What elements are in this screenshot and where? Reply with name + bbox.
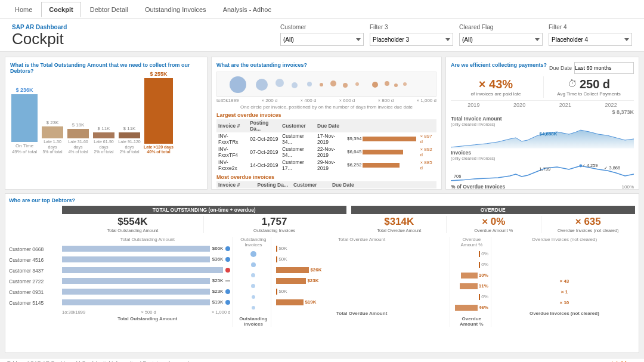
debtor-customer-5145: Customer 5145 (9, 298, 60, 308)
filter4-select[interactable]: Placeholder 4 (549, 33, 632, 46)
section-outstanding-header: TOTAL OUTSTANDING (on-time + overdue) (62, 206, 346, 214)
metric-paid-late-label: of invoices are paid late (452, 91, 540, 97)
svg-text:✓ 3,868: ✓ 3,868 (604, 165, 620, 171)
total-outstanding-label: Total Outstanding Amount (62, 228, 203, 233)
nav-tab-cockpit[interactable]: Cockpit (41, 2, 80, 17)
overdue-not-cleared-label: Overdue Invoices (not cleared) (541, 228, 636, 233)
invoice-amount-label: Total Invoice Amount (451, 116, 634, 122)
metric-paid-late: × 43% (452, 78, 540, 91)
debtor-customer-0931: Customer 0931 (9, 287, 60, 298)
outstanding-invoices-label: Outstanding Invoices (204, 228, 345, 233)
svg-point-7 (343, 83, 348, 88)
metric-avg-time: 250 d (580, 78, 610, 91)
svg-point-2 (275, 79, 284, 87)
nav-tab-debtor[interactable]: Debtor Detail (82, 2, 136, 17)
table-row: INV-FxxxTRx 02-Oct-2019 Customer 34... 1… (216, 132, 436, 146)
svg-point-8 (355, 82, 359, 86)
page-title: Cockpit (12, 30, 67, 48)
invoices-sub: (only cleared invoices) (451, 156, 634, 161)
svg-text:706: 706 (454, 173, 461, 178)
svg-point-12 (403, 82, 407, 86)
panel-outstanding: What is the Total Outstanding Amount tha… (5, 57, 208, 190)
most-overdue-label: Most overdue invoices (216, 174, 436, 180)
svg-point-6 (330, 81, 336, 86)
filter3-label: Filter 3 (370, 24, 453, 30)
date-range-select[interactable]: Last 60 months (574, 62, 634, 74)
largest-invoices-table: Invoice # Posting Da... Customer Due Dat… (216, 119, 436, 172)
filter3-select[interactable]: Placeholder 3 (370, 33, 453, 46)
debtor-customer-2722: Customer 2722 (9, 276, 60, 287)
year-2019: 2019 (467, 102, 479, 108)
panel-efficiency: Are we efficient collecting payments? Du… (445, 57, 639, 190)
due-date-label: Due Date (549, 65, 572, 71)
table-row: INV-Fxxxe2x 14-Oct-2019 Customer 17... 2… (216, 159, 436, 172)
overdue-pct-col-label: Overdue Amount % (447, 228, 541, 233)
axis-label-1: × 200 d (261, 98, 277, 103)
customer-filter-select[interactable]: (All) (280, 33, 364, 46)
svg-point-4 (307, 82, 312, 86)
invoice-amount-sub: (only cleared invoices) (451, 122, 634, 127)
panel-efficiency-title: Are we efficient collecting payments? (451, 62, 547, 68)
year-2022: 2022 (605, 102, 617, 108)
nav-tab-invoices[interactable]: Outstanding Invoices (137, 2, 214, 17)
most-overdue-table: Invoice # Posting Da... Customer Due Dat… (216, 181, 436, 190)
section-overdue-header: OVERDUE (351, 206, 636, 214)
footer: Tableau | SAP AR Dashboard | Confidentia… (0, 358, 644, 362)
outstanding-invoices-value: 1,757 (204, 216, 345, 228)
cleared-filter-select[interactable]: (All) (459, 33, 543, 46)
table-row: INV-FxxxTF4 07-Oct-2019 Customer 34... 2… (216, 146, 436, 159)
axis-label-2: × 400 d (300, 98, 316, 103)
year-2020: 2020 (513, 102, 525, 108)
panel-debtors-title: Who are our top Debtors? (9, 197, 635, 203)
svg-point-3 (292, 82, 298, 88)
svg-point-5 (320, 83, 323, 86)
tableau-logo: + tableau (611, 360, 637, 362)
nav-tab-analysis[interactable]: Analysis - Adhoc (215, 2, 279, 17)
overdue-pct-value: × 0% (447, 216, 541, 228)
debtor-customer-0668: Customer 0668 (9, 244, 60, 255)
overdue-not-cleared-value: × 635 (541, 216, 636, 228)
year-2021: 2021 (559, 102, 571, 108)
cleared-filter-label: Cleared Flag (459, 24, 543, 30)
overdue-pct-label: % of Overdue Invoices (451, 184, 505, 190)
table-row: INV-BBxxxxx... 21-Jun-2019 Customer 53..… (216, 188, 436, 190)
svg-text:$4,858K: $4,858K (540, 131, 558, 137)
svg-point-9 (372, 82, 378, 88)
nav-tab-home[interactable]: Home (7, 2, 40, 17)
svg-text:✓ 4,259: ✓ 4,259 (582, 163, 598, 168)
bar-label-ontime: $ 236K (16, 87, 33, 93)
metric-avg-time-label: Avg Time to Collect Payments (545, 91, 633, 97)
axis-label-3: × 600 d (339, 98, 355, 103)
svg-text:1,739: 1,739 (540, 166, 551, 172)
panel-invoices-title: What are the outstanding invoices? (216, 62, 436, 68)
svg-point-1 (256, 79, 268, 91)
svg-point-11 (394, 83, 398, 87)
svg-point-10 (385, 81, 389, 86)
customer-filter-label: Customer (280, 24, 364, 30)
top-nav: Home Cockpit Debtor Detail Outstanding I… (0, 0, 644, 19)
largest-invoices-label: Largest overdue invoices (216, 112, 436, 118)
bubble-note: One circle per invoice, positioned by on… (216, 104, 436, 110)
axis-label-0: to35k1899 (216, 98, 239, 103)
total-overdue-value: $314K (352, 216, 447, 228)
total-outstanding-value: $554K (62, 216, 203, 228)
axis-label-4: × 800 d (377, 98, 394, 103)
header: SAP AR Dashboard Cockpit Customer (All) … (0, 19, 644, 52)
panel-invoices: What are the outstanding invoices? (211, 57, 442, 190)
total-overdue-label: Total Overdue Amount (352, 228, 447, 233)
axis-label-5: × 1,000 d (416, 98, 436, 103)
debtor-customer-3437: Customer 3437 (9, 265, 60, 276)
svg-point-0 (230, 76, 246, 93)
clock-icon: ⏱ (568, 79, 577, 89)
invoices-label: Invoices (451, 150, 634, 156)
debtor-customer-4516: Customer 4516 (9, 255, 60, 265)
filter4-label: Filter 4 (549, 24, 632, 30)
panel-debtors: Who are our top Debtors? TOTAL OUTSTANDI… (5, 193, 639, 353)
